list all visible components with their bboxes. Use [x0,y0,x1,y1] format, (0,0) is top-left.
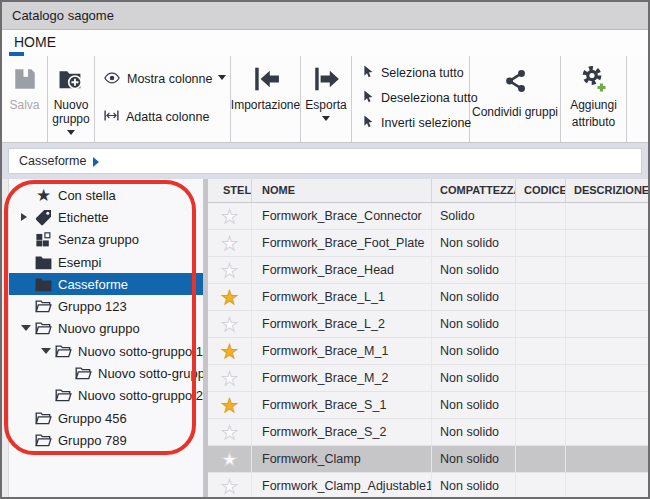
column-header-descrizione[interactable]: DESCRIZIONE [566,179,648,202]
expand-arrow-icon[interactable] [17,213,34,221]
cursor-icon [360,89,375,107]
tab-home[interactable]: HOME [14,34,56,50]
sidebar-item-gruppo-123[interactable]: Gruppo 123 [9,295,203,317]
star-toggle-icon[interactable]: ★ [221,203,238,229]
table-row[interactable]: ★ Formwork_Clamp_Adjustable1 Non solido [208,473,648,497]
cell-name: Formwork_Brace_M_2 [252,365,432,391]
sidebar-item-gruppo-789[interactable]: Gruppo 789 [9,429,203,451]
table-row[interactable]: ★ Formwork_Brace_L_1 Non solido [208,284,648,311]
sidebar-item-senza-gruppo[interactable]: Senza gruppo [9,229,203,251]
table-row[interactable]: ★ Formwork_Brace_M_2 Non solido [208,365,648,392]
table-row[interactable]: ★ Formwork_Brace_Connector Solido [208,203,648,230]
sidebar-item-label: Nuovo sotto-gruppo [98,366,203,381]
cell-compactness: Non solido [432,392,516,418]
sidebar-item-nuovo-sotto-gruppo-child[interactable]: Nuovo sotto-gruppo [9,362,203,384]
table-header: STELLA NOME COMPATTEZZA CODICE DESCRIZIO… [208,179,648,203]
export-label: Esporta [305,98,346,112]
import-button[interactable]: Importazione [231,56,301,142]
select-all-label: Seleziona tutto [381,66,464,80]
cell-compactness: Non solido [432,311,516,337]
collapse-arrow-icon[interactable] [17,321,34,336]
cell-codice [516,419,566,445]
deselect-all-label: Deseleziona tutto [381,91,478,105]
sidebar-item-gruppo-456[interactable]: Gruppo 456 [9,407,203,429]
column-header-stella[interactable]: STELLA [208,179,252,202]
sidebar-item-casseforme[interactable]: Casseforme [9,273,203,295]
star-toggle-icon[interactable]: ★ [221,446,238,472]
fit-columns-button[interactable]: Adatta colonne [103,107,209,127]
export-icon [312,63,340,95]
import-icon [252,63,280,95]
cell-compactness: Non solido [432,446,516,472]
window-title: Catalogo sagome [12,8,114,23]
sidebar-item-con-stella[interactable]: ★ Con stella [9,184,203,206]
cell-codice [516,365,566,391]
cell-name: Formwork_Clamp [252,446,432,472]
export-button[interactable]: Esporta [301,56,352,142]
table-row[interactable]: ★ Formwork_Brace_Head Non solido [208,257,648,284]
ribbon-tab-row: HOME [2,30,648,56]
star-toggle-icon[interactable]: ★ [221,473,238,497]
new-group-button[interactable]: Nuovo gruppo [48,56,95,142]
cell-compactness: Non solido [432,473,516,497]
column-header-codice[interactable]: CODICE [516,179,566,202]
star-toggle-icon[interactable]: ★ [221,419,238,445]
cell-compactness: Solido [432,203,516,229]
sidebar-item-nuovo-sotto-gruppo-2[interactable]: Nuovo sotto-gruppo 2 [9,385,203,407]
star-icon: ★ [34,186,53,205]
sidebar-item-label: Esempi [58,255,101,270]
select-all-button[interactable]: Seleziona tutto [360,64,464,82]
invert-selection-button[interactable]: Inverti selezione [360,114,471,132]
breadcrumb[interactable]: Casseforme [8,148,642,174]
share-groups-label: Condividi gruppi [472,105,558,119]
breadcrumb-arrow-icon [93,157,104,167]
breadcrumb-current[interactable]: Casseforme [19,154,86,168]
table-row[interactable]: ★ Formwork_Brace_L_2 Non solido [208,311,648,338]
cell-name: Formwork_Brace_S_1 [252,392,432,418]
title-bar: Catalogo sagome [2,2,648,30]
star-toggle-icon[interactable]: ★ [221,311,238,337]
share-groups-button[interactable]: Condividi gruppi [470,56,561,142]
save-icon [12,63,38,95]
sidebar-item-esempi[interactable]: Esempi [9,251,203,273]
import-label: Importazione [231,98,300,112]
star-toggle-icon[interactable]: ★ [221,284,238,310]
sidebar-item-nuovo-sotto-gruppo-1[interactable]: Nuovo sotto-gruppo 1 [9,340,203,362]
add-attribute-button[interactable]: Aggiungi attributo [561,56,627,142]
ribbon-spacer [627,56,648,142]
add-attribute-label-2: attributo [572,115,615,129]
chevron-down-icon [67,130,75,139]
table-row[interactable]: ★ Formwork_Brace_Foot_Plate Non solido [208,230,648,257]
breadcrumb-strip: Casseforme [2,143,648,179]
star-toggle-icon[interactable]: ★ [221,365,238,391]
folder-open-icon [54,386,73,405]
cell-name: Formwork_Clamp_Adjustable1 [252,473,432,497]
sidebar-item-label: Gruppo 123 [58,299,127,314]
table-row[interactable]: ★ Formwork_Brace_M_1 Non solido [208,338,648,365]
collapse-arrow-icon[interactable] [37,344,54,359]
column-header-nome[interactable]: NOME [252,179,432,202]
cell-name: Formwork_Brace_L_2 [252,311,432,337]
star-toggle-icon[interactable]: ★ [221,230,238,256]
table-row[interactable]: ★ Formwork_Brace_S_2 Non solido [208,419,648,446]
cell-codice [516,392,566,418]
cell-codice [516,311,566,337]
cell-name: Formwork_Brace_Head [252,257,432,283]
cell-descrizione [566,257,648,283]
save-button[interactable]: Salva [2,56,48,142]
table-row[interactable]: ★ Formwork_Brace_S_1 Non solido [208,392,648,419]
gear-plus-icon [580,63,608,95]
star-toggle-icon[interactable]: ★ [221,257,238,283]
show-columns-button[interactable]: Mostra colonne [103,69,226,90]
cell-descrizione [566,338,648,364]
cell-name: Formwork_Brace_M_1 [252,338,432,364]
sidebar-item-nuovo-gruppo[interactable]: Nuovo gruppo [9,318,203,340]
column-header-compattezza[interactable]: COMPATTEZZA [432,179,516,202]
table-row[interactable]: ★ Formwork_Clamp Non solido [208,446,648,473]
save-label: Salva [9,98,39,112]
star-toggle-icon[interactable]: ★ [221,392,238,418]
sidebar-item-label: Nuovo sotto-gruppo 2 [78,388,203,403]
star-toggle-icon[interactable]: ★ [221,338,238,364]
sidebar-item-etichette[interactable]: Etichette [9,206,203,228]
deselect-all-button[interactable]: Deseleziona tutto [360,89,478,107]
